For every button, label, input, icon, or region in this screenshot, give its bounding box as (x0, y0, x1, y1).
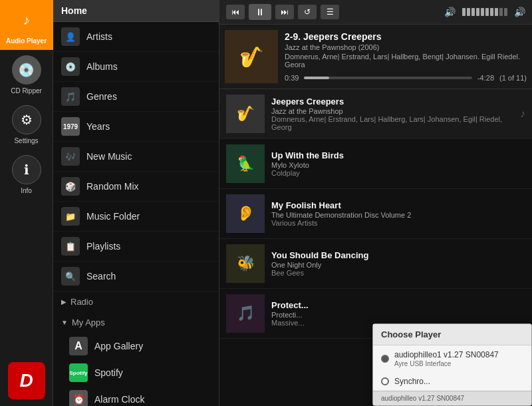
albums-icon: 💿 (61, 57, 80, 76)
repeat-button[interactable]: ↺ (298, 5, 317, 19)
time-elapsed: 0:39 (285, 74, 299, 82)
nav-item-new-music[interactable]: 🎶 New Music (53, 142, 219, 172)
track-title-protect: Protect... (271, 300, 525, 310)
track-title-jeepers-creepers: Jeepers Creepers (271, 97, 513, 106)
player-option-audiophilleo1-label: audiophilleo1 v1.27 SN00847 (394, 350, 499, 359)
track-item-jeepers-creepers[interactable]: 🎷 Jeepers Creepers Jazz at the Pawnshop … (219, 89, 532, 139)
choose-player-title: Choose Player (373, 324, 531, 345)
sidebar-item-cd-ripper[interactable]: 💿 CD Ripper (0, 50, 53, 100)
choose-player-footer: audiophilleo v1.27 SN00847 (373, 391, 531, 405)
track-info-you-should-be-dancing: You Should Be Dancing One Night Only Bee… (271, 250, 525, 277)
note-icon-jeepers-creepers: ♪ (520, 108, 525, 120)
track-title-you-should-be-dancing: You Should Be Dancing (271, 250, 525, 260)
track-info: (1 of 11) (499, 74, 527, 82)
radio-section-header[interactable]: ▶ Radio (53, 292, 219, 312)
volume-max-icon: 🔊 (514, 7, 525, 17)
prev-button[interactable]: ⏮ (226, 5, 245, 19)
nav-item-albums[interactable]: 💿 Albums (53, 52, 219, 82)
nav-item-years[interactable]: 1979 Years (53, 112, 219, 142)
audio-player-icon: ♪ (12, 5, 41, 35)
nav-item-music-folder[interactable]: 📁 Music Folder (53, 202, 219, 232)
progress-bar[interactable] (304, 77, 472, 79)
radio-label: Radio (70, 297, 93, 307)
vol-seg-10 (504, 8, 507, 16)
track-art-jeepers-creepers: 🎷 (226, 95, 265, 133)
settings-icon: ⚙ (12, 105, 41, 134)
new-music-icon: 🎶 (61, 147, 80, 166)
nav-list: 👤 Artists 💿 Albums 🎵 Genres 1979 Years 🎶… (53, 22, 219, 406)
sidebar-item-settings[interactable]: ⚙ Settings (0, 100, 53, 150)
alarm-clock-item[interactable]: ⏰ Alarm Clock (53, 386, 219, 406)
track-info-jeepers-creepers: Jeepers Creepers Jazz at the Pawnshop Do… (271, 97, 513, 131)
cd-ripper-icon: 💿 (12, 55, 41, 85)
track-art-protect: 🎵 (226, 294, 265, 333)
now-playing-art: 🎷 (225, 30, 278, 83)
sidebar-item-info[interactable]: ℹ Info (0, 150, 53, 200)
now-playing-artists: Domnerus, Arne| Erstrand, Lars| Hallberg… (285, 53, 527, 69)
app-gallery-item[interactable]: A App Gallery (53, 333, 219, 359)
sidebar-icons: ♪ Audio Player 💿 CD Ripper ⚙ Settings ℹ … (0, 0, 53, 406)
track-item-you-should-be-dancing[interactable]: 🐝 You Should Be Dancing One Night Only B… (219, 239, 532, 289)
pause-button[interactable]: ⏸ (249, 4, 271, 20)
my-apps-section-header[interactable]: ▼ My Apps (53, 312, 219, 333)
track-album-jeepers-creepers: Jazz at the Pawnshop (271, 107, 513, 115)
volume-bar[interactable] (462, 8, 507, 16)
artists-icon: 👤 (61, 27, 80, 46)
now-playing: 🎷 2-9. Jeepers Creepers Jazz at the Pawn… (219, 25, 532, 89)
nav-label-new-music: New Music (86, 151, 132, 162)
main-panel: ⏮ ⏸ ⏭ ↺ ☰ 🔊 🔊 🎷 2-9. Jeepers Creepers Ja… (219, 0, 532, 406)
player-header: ⏮ ⏸ ⏭ ↺ ☰ 🔊 🔊 (219, 0, 532, 25)
vol-seg-7 (490, 8, 493, 16)
track-info-protect: Protect... Protecti... Massive... (271, 300, 525, 327)
track-art-my-foolish-heart: 👂 (226, 194, 265, 233)
nav-item-genres[interactable]: 🎵 Genres (53, 82, 219, 112)
alarm-clock-label: Alarm Clock (94, 394, 144, 405)
nav-label-years: Years (86, 121, 110, 132)
track-item-my-foolish-heart[interactable]: 👂 My Foolish Heart The Ultimate Demonstr… (219, 189, 532, 239)
nav-item-random-mix[interactable]: 🎲 Random Mix (53, 172, 219, 202)
nav-item-artists[interactable]: 👤 Artists (53, 22, 219, 52)
track-art-up-with-birds: 🦜 (226, 144, 265, 183)
sidebar-item-audio-player[interactable]: ♪ Audio Player (0, 0, 53, 50)
track-artist-you-should-be-dancing: Bee Gees (271, 269, 525, 277)
player-option-audiophilleo1[interactable]: audiophilleo1 v1.27 SN00847 Ayre USB Int… (373, 345, 531, 372)
progress-row: 0:39 -4:28 (1 of 11) (285, 74, 527, 82)
track-album-you-should-be-dancing: One Night Only (271, 261, 525, 269)
random-mix-icon: 🎲 (61, 177, 80, 196)
radio-arrow: ▶ (61, 298, 66, 305)
track-album-protect: Protecti... (271, 311, 525, 319)
nav-panel: Home 👤 Artists 💿 Albums 🎵 Genres 1979 Ye… (53, 0, 219, 406)
now-playing-info: 2-9. Jeepers Creepers Jazz at the Pawnsh… (285, 31, 527, 82)
spotify-item[interactable]: Spotify Spotify (53, 359, 219, 386)
track-artist-my-foolish-heart: Various Artists (271, 219, 525, 227)
app-gallery-icon: A (69, 337, 88, 355)
player-option-synchro-info: Synchro... (394, 377, 430, 386)
now-playing-album: Jazz at the Pawnshop (2006) (285, 43, 527, 51)
nav-item-playlists[interactable]: 📋 Playlists (53, 232, 219, 262)
nav-item-search[interactable]: 🔍 Search (53, 262, 219, 292)
radio-audiophilleo1 (381, 355, 389, 363)
nav-label-genres: Genres (86, 91, 117, 102)
next-button[interactable]: ⏭ (275, 5, 294, 19)
player-option-synchro[interactable]: Synchro... (373, 372, 531, 391)
spotify-icon: Spotify (69, 363, 88, 382)
tracklist: 🎷 Jeepers Creepers Jazz at the Pawnshop … (219, 89, 532, 406)
sidebar-item-label-cd-ripper: CD Ripper (11, 87, 42, 95)
info-icon: ℹ (12, 155, 41, 184)
sidebar-item-label-audio-player: Audio Player (6, 37, 47, 45)
vol-seg-1 (462, 8, 466, 16)
playlists-icon: 📋 (61, 237, 80, 256)
queue-button[interactable]: ☰ (321, 5, 339, 19)
sidebar-item-label-settings: Settings (14, 137, 38, 144)
progress-bar-fill (304, 77, 329, 79)
nav-header: Home (53, 0, 219, 22)
nav-label-artists: Artists (86, 31, 112, 42)
vol-seg-3 (471, 8, 475, 16)
music-folder-icon: 📁 (61, 207, 80, 226)
my-apps-arrow: ▼ (61, 319, 68, 326)
track-item-up-with-birds[interactable]: 🦜 Up With the Birds Mylo Xyloto Coldplay (219, 139, 532, 189)
alarm-clock-icon: ⏰ (69, 390, 88, 406)
track-art-you-should-be-dancing: 🐝 (226, 244, 265, 283)
track-info-up-with-birds: Up With the Birds Mylo Xyloto Coldplay (271, 150, 525, 177)
track-artist-up-with-birds: Coldplay (271, 169, 525, 177)
